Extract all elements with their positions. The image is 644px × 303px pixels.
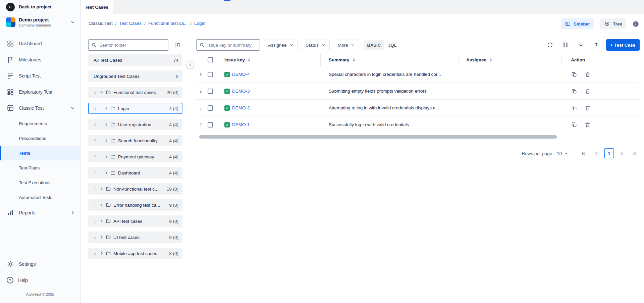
sort-icon[interactable]: [247, 58, 251, 62]
basic-mode-button[interactable]: BASIC: [364, 40, 384, 50]
sidebar-item-preconditions[interactable]: Preconditions: [0, 131, 80, 146]
sidebar-item-test-executions[interactable]: Test Executions: [0, 175, 80, 190]
sidebar-item-help[interactable]: ? Help: [0, 272, 80, 288]
columns-button[interactable]: [561, 41, 570, 49]
sidebar-item-classic-test[interactable]: Classic Test: [0, 100, 80, 116]
issue-key-link[interactable]: DEMO-2: [232, 105, 250, 110]
drag-handle-icon[interactable]: [92, 90, 97, 95]
first-page-button[interactable]: [579, 148, 589, 158]
sidebar-item-tests[interactable]: Tests: [0, 146, 80, 160]
breadcrumb-item-functional-test-cases[interactable]: Functional test ca...: [148, 21, 187, 26]
chevron-right-icon[interactable]: [99, 218, 104, 224]
folder-item-ungrouped[interactable]: Ungrouped Test Cases 0: [88, 70, 182, 82]
sidebar-item-settings[interactable]: Settings: [0, 256, 80, 272]
sidebar-item-dashboard[interactable]: Dashboard: [0, 36, 80, 52]
sidebar-item-exploratory-test[interactable]: Exploratory Test: [0, 84, 80, 100]
info-icon[interactable]: [632, 20, 639, 28]
more-filter-dropdown[interactable]: More: [334, 40, 359, 50]
folder-search-input[interactable]: [88, 39, 168, 51]
current-page-button[interactable]: 1: [604, 148, 614, 158]
copy-button[interactable]: [571, 88, 578, 95]
chevron-right-icon[interactable]: [99, 202, 104, 208]
drag-handle-icon[interactable]: [92, 138, 97, 143]
folder-item-all-test-cases[interactable]: All Test Cases 74: [88, 54, 182, 66]
folder-item-non-functional[interactable]: Non-functional test c... 19 (0): [88, 183, 182, 195]
back-to-project-button[interactable]: Back to project: [0, 0, 80, 14]
delete-button[interactable]: [584, 88, 591, 95]
breadcrumb-item-test-cases[interactable]: Test Cases: [119, 21, 142, 26]
drag-handle-icon[interactable]: [196, 72, 206, 77]
folder-item-ui-test-cases[interactable]: UI test cases 9 (0): [88, 232, 182, 243]
folder-item-login[interactable]: Login 4 (4): [88, 103, 182, 114]
status-filter-dropdown[interactable]: Status: [302, 40, 330, 50]
folder-item-mobile-app-test-cases[interactable]: Mobile app test cases 8 (0): [88, 248, 182, 259]
sidebar-item-automated-tests[interactable]: Automated Tests: [0, 190, 80, 205]
column-header-issue-key[interactable]: Issue key: [218, 54, 321, 66]
drag-handle-icon[interactable]: [92, 219, 97, 223]
sidebar-item-reports[interactable]: Reports: [0, 205, 80, 221]
jql-mode-button[interactable]: JQL: [385, 40, 400, 50]
issue-key-link[interactable]: DEMO-4: [232, 72, 250, 77]
chevron-right-icon[interactable]: [104, 138, 109, 143]
folder-item-functional-test-cases[interactable]: Functional test cases 20 (0): [88, 87, 182, 98]
issue-key-link[interactable]: DEMO-1: [232, 122, 250, 127]
export-button[interactable]: [577, 41, 585, 49]
column-header-assignee[interactable]: Assignee: [459, 54, 562, 66]
row-checkbox[interactable]: [208, 122, 213, 128]
assignee-filter-dropdown[interactable]: Assignee: [264, 40, 298, 50]
chevron-right-icon[interactable]: [99, 251, 104, 256]
row-checkbox[interactable]: [208, 89, 213, 94]
chevron-right-icon[interactable]: [104, 154, 109, 159]
drag-handle-icon[interactable]: [92, 203, 97, 207]
project-switcher[interactable]: Demo project Company-managed: [0, 14, 80, 30]
copy-button[interactable]: [571, 105, 578, 111]
row-checkbox[interactable]: [208, 72, 213, 77]
add-test-case-button[interactable]: + Test Case: [606, 39, 640, 51]
next-page-button[interactable]: [617, 148, 627, 158]
issue-search-input[interactable]: [196, 39, 260, 51]
folder-item-user-registration[interactable]: User registration 4 (4): [88, 119, 182, 130]
panel-collapse-button[interactable]: [186, 61, 194, 68]
column-header-summary[interactable]: Summary: [321, 54, 459, 66]
drag-handle-icon[interactable]: [196, 89, 206, 94]
chevron-right-icon[interactable]: [99, 235, 104, 240]
sidebar-item-milestones[interactable]: Milestones: [0, 52, 80, 68]
chevron-right-icon[interactable]: [104, 106, 109, 111]
sort-icon[interactable]: [352, 58, 356, 62]
breadcrumb-item-classic-test[interactable]: Classic Test: [89, 21, 113, 26]
prev-page-button[interactable]: [591, 148, 601, 158]
drag-handle-icon[interactable]: [92, 235, 97, 240]
breadcrumb-item-login[interactable]: Login: [194, 21, 205, 26]
folder-item-dashboard[interactable]: Dashboard 4 (4): [88, 167, 182, 179]
rows-per-page-select[interactable]: 10: [557, 151, 569, 156]
copy-button[interactable]: [571, 121, 578, 128]
drag-handle-icon[interactable]: [92, 251, 97, 256]
folder-item-api-test-cases[interactable]: API test cases 9 (0): [88, 215, 182, 227]
drag-handle-icon[interactable]: [92, 106, 97, 111]
sidebar-item-requirements[interactable]: Requirements: [0, 116, 80, 131]
sidebar-item-test-plans[interactable]: Test Plans: [0, 160, 80, 175]
copy-button[interactable]: [571, 71, 578, 78]
folder-item-error-handling[interactable]: Error handling test ca... 9 (0): [88, 199, 182, 211]
folder-item-search-functionality[interactable]: Search functionality 4 (4): [88, 135, 182, 146]
drag-handle-icon[interactable]: [92, 170, 97, 175]
tree-view-button[interactable]: Tree: [600, 18, 626, 29]
chevron-right-icon[interactable]: [104, 122, 109, 127]
row-checkbox[interactable]: [208, 105, 213, 111]
delete-button[interactable]: [584, 121, 591, 128]
sidebar-item-script-test[interactable]: Script Test: [0, 68, 80, 84]
import-button[interactable]: [592, 41, 601, 49]
folder-item-payment-gateway[interactable]: Payment gateway 4 (4): [88, 151, 182, 162]
delete-button[interactable]: [584, 105, 591, 111]
drag-handle-icon[interactable]: [196, 106, 206, 110]
drag-handle-icon[interactable]: [92, 187, 97, 191]
tab-test-cases[interactable]: Test Cases: [80, 0, 113, 14]
refresh-button[interactable]: [546, 41, 554, 49]
chevron-down-icon[interactable]: [99, 90, 104, 95]
drag-handle-icon[interactable]: [196, 122, 206, 127]
drag-handle-icon[interactable]: [92, 122, 97, 127]
drag-handle-icon[interactable]: [92, 154, 97, 159]
select-all-checkbox[interactable]: [208, 57, 213, 62]
add-folder-button[interactable]: [172, 40, 182, 50]
sidebar-view-button[interactable]: Sidebar: [561, 18, 594, 29]
